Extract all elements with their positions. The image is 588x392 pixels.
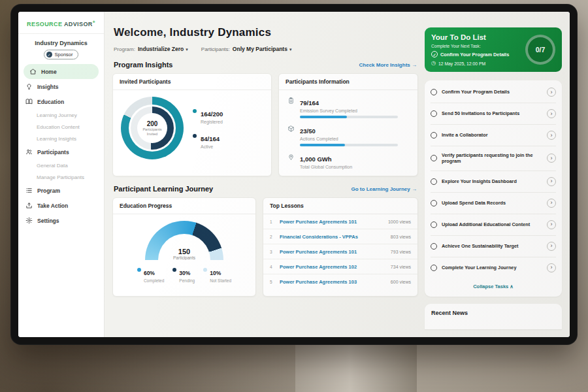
task-row[interactable]: Complete Your Learning Journey ›	[431, 257, 556, 278]
info-card-title: Participants Information	[279, 74, 417, 90]
todo-subtitle: Complete Your Next Task:	[431, 44, 520, 48]
lesson-link[interactable]: Power Purchase Agreements 101	[280, 249, 386, 255]
task-row[interactable]: Confirm Your Program Details ›	[431, 82, 556, 103]
location-icon	[287, 152, 295, 169]
sidebar-item-settings[interactable]: Settings	[18, 213, 104, 228]
stat-emission-survey: 79/164 Emission Survey Completed	[287, 96, 410, 118]
brand-secondary: ADVISOR	[64, 21, 93, 27]
settings-icon	[25, 217, 33, 225]
insights-icon	[25, 83, 33, 91]
chevron-right-icon[interactable]: ›	[547, 154, 556, 163]
take-action-icon	[25, 202, 33, 210]
chevron-right-icon[interactable]: ›	[547, 220, 556, 229]
legend-dot	[203, 268, 207, 272]
task-row[interactable]: Explore Your Insights Dashboard ›	[431, 171, 556, 193]
lesson-row[interactable]: 5 Power Purchase Agreements 103 600 view…	[263, 274, 417, 289]
sidebar-item-participants[interactable]: Participants	[18, 144, 104, 159]
collapse-tasks-link[interactable]: Collapse Tasks ∧	[431, 278, 556, 295]
task-row[interactable]: Achieve One Sustainability Target ›	[431, 236, 556, 257]
chevron-right-icon[interactable]: ›	[547, 199, 556, 208]
task-row[interactable]: Upload Spend Data Records ›	[431, 193, 556, 214]
actions-progress-bar	[300, 144, 398, 146]
chevron-down-icon: ▾	[289, 47, 292, 52]
sidebar-item-education-content[interactable]: Education Content	[18, 121, 104, 133]
chevron-right-icon[interactable]: ›	[547, 109, 556, 118]
todo-next-task[interactable]: ✓ Confirm Your Program Details	[431, 51, 520, 57]
task-row[interactable]: Upload Additional Educational Content ›	[431, 214, 556, 236]
gauge-center: 150 Participants	[145, 248, 223, 260]
arrow-right-icon: →	[412, 186, 417, 192]
task-row[interactable]: Verify participants requesting to join t…	[431, 146, 556, 171]
sidebar-item-learning-journey[interactable]: Learning Journey	[18, 109, 104, 121]
participants-icon	[25, 148, 33, 156]
lesson-link[interactable]: Power Purchase Agreements 101	[280, 219, 384, 225]
task-checkbox[interactable]	[431, 265, 437, 271]
task-checkbox[interactable]	[431, 132, 437, 139]
sidebar-item-home[interactable]: Home	[24, 64, 99, 79]
sidebar-item-manage-participants[interactable]: Manage Participants	[18, 171, 104, 183]
check-icon: ✓	[431, 51, 438, 57]
chevron-right-icon[interactable]: ›	[547, 177, 556, 186]
chevron-right-icon[interactable]: ›	[547, 242, 556, 251]
task-checkbox[interactable]	[431, 110, 437, 117]
stat-actions-completed: 23/50 Actions Completed	[287, 124, 410, 146]
emission-progress-bar	[300, 116, 398, 118]
education-card-title: Education Progress	[113, 198, 255, 214]
sidebar-item-insights[interactable]: Insights	[18, 79, 104, 94]
lesson-link[interactable]: Financial Considerations - VPPAs	[280, 234, 386, 240]
todo-due: ◷ 12 May 2025, 12:00 PM	[431, 61, 520, 66]
sidebar-item-learning-insights[interactable]: Learning Insights	[18, 133, 104, 144]
sidebar-item-take-action[interactable]: Take Action	[18, 198, 104, 213]
program-filter[interactable]: Program:Industrialize Zero▾	[114, 46, 188, 52]
task-row[interactable]: Send 50 Invitations to Participants ›	[431, 103, 556, 125]
participants-filter[interactable]: Participants:Only My Participants▾	[201, 46, 292, 52]
legend-dot	[137, 268, 141, 272]
top-lessons-card: Top Lessons 1 Power Purchase Agreements …	[263, 197, 418, 297]
chevron-right-icon[interactable]: ›	[547, 88, 556, 97]
task-checkbox[interactable]	[431, 200, 437, 206]
education-icon	[25, 98, 33, 106]
lesson-link[interactable]: Power Purchase Agreements 103	[280, 279, 386, 285]
sidebar-item-general-data[interactable]: General Data	[18, 159, 104, 171]
lesson-row[interactable]: 2 Financial Considerations - VPPAs 803 v…	[263, 229, 417, 244]
program-insights-title: Program Insights	[114, 61, 172, 69]
task-checkbox[interactable]	[431, 221, 437, 228]
learning-journey-title: Participant Learning Journey	[114, 185, 213, 193]
task-checkbox[interactable]	[431, 89, 437, 95]
check-more-insights-link[interactable]: Check More Insights →	[359, 62, 417, 68]
task-checkbox[interactable]	[431, 155, 437, 161]
program-insights-header: Program Insights Check More Insights →	[112, 61, 418, 69]
lesson-row[interactable]: 3 Power Purchase Agreements 101 793 view…	[263, 244, 417, 259]
task-checkbox[interactable]	[431, 243, 437, 250]
sidebar-item-program[interactable]: Program	[18, 183, 104, 198]
legend-registered: 164/200 Registered	[193, 107, 223, 124]
photo-background: RESOURCE ADVISOR+ Industry Dynamics ✓ Sp…	[0, 0, 588, 392]
chevron-down-icon: ▾	[186, 47, 188, 52]
donut-ring-gap: 200 Participants Invited	[129, 105, 176, 152]
lesson-link[interactable]: Power Purchase Agreements 102	[280, 264, 386, 270]
survey-icon	[287, 96, 295, 118]
participants-filter-label: Participants:	[201, 46, 230, 52]
task-checkbox[interactable]	[431, 178, 437, 185]
sponsor-badge: ✓ Sponsor	[44, 50, 79, 59]
actions-icon	[287, 124, 295, 146]
lesson-row[interactable]: 1 Power Purchase Agreements 101 1000 vie…	[263, 214, 417, 229]
education-gauge: 150 Participants	[145, 221, 223, 260]
chevron-right-icon[interactable]: ›	[547, 131, 556, 140]
invited-participants-card: Invited Participants 200 Participants In…	[112, 73, 272, 176]
org-name: Industry Dynamics	[18, 40, 104, 46]
go-to-learning-journey-link[interactable]: Go to Learning Journey →	[351, 186, 417, 192]
task-row[interactable]: Invite a Collaborator ›	[431, 125, 556, 146]
brand-plus: +	[93, 20, 95, 24]
chevron-right-icon[interactable]: ›	[547, 263, 556, 272]
participants-information-card: Participants Information 79/164 Emission…	[278, 73, 418, 176]
education-legend: 60% Completed 30% Pending	[113, 266, 255, 283]
content-area: Welcome, Industry Dynamics Program:Indus…	[105, 12, 570, 337]
program-filter-label: Program:	[114, 46, 135, 52]
learning-cards-row: Education Progress 150 Participants	[112, 197, 418, 297]
todo-tasks-card: Confirm Your Program Details › Send 50 I…	[425, 80, 562, 297]
clock-icon: ◷	[431, 61, 436, 66]
sidebar-item-education[interactable]: Education	[18, 94, 104, 109]
legend-active: 84/164 Active	[193, 132, 223, 149]
lesson-row[interactable]: 4 Power Purchase Agreements 102 734 view…	[263, 259, 417, 274]
